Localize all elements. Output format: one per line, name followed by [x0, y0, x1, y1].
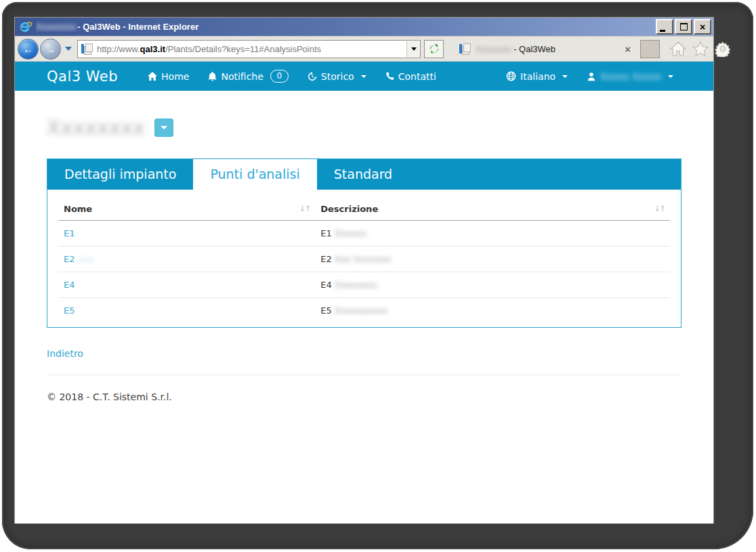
- chevron-down-icon: [361, 75, 366, 78]
- window-title-redacted: Xxxxxxxx: [36, 22, 76, 32]
- tab-close-icon[interactable]: ×: [625, 43, 631, 55]
- nav-item-label: Home: [161, 71, 189, 82]
- tab-standard[interactable]: Standard: [317, 159, 409, 190]
- minimize-button[interactable]: [656, 19, 673, 35]
- column-header-nome[interactable]: Nome↓↑: [58, 198, 315, 221]
- window-controls: ×: [656, 19, 711, 35]
- nav-item-label: Contatti: [398, 71, 436, 82]
- favorites-star-icon[interactable]: [692, 41, 709, 57]
- table-row: E2xxx E2Xxx Xxxxxxx: [58, 247, 670, 272]
- navbar-right: Italiano Xxxxx Xxxxx: [497, 62, 683, 91]
- tab-punti-danalisi[interactable]: Punti d'analisi: [193, 159, 316, 190]
- language-label: Italiano: [520, 71, 555, 82]
- plant-actions-dropdown-button[interactable]: [154, 119, 173, 137]
- chevron-down-icon: [562, 75, 568, 78]
- table-row: E4 E4Xxxxxxxx: [58, 272, 670, 298]
- analysis-points-table: Nome↓↑ Descrizione↓↑ E1 E1Xxxxxx E2xxx: [58, 198, 670, 323]
- analysis-point-link[interactable]: E2: [64, 254, 75, 264]
- refresh-button[interactable]: [424, 40, 444, 58]
- description-redacted: Xxxxxx: [335, 228, 366, 238]
- url-domain: qal3.it: [140, 44, 166, 54]
- notifications-badge: 0: [270, 70, 289, 83]
- language-menu[interactable]: Italiano: [497, 62, 577, 91]
- tab-title: Xxxxxxxx - Qal3Web: [475, 44, 619, 54]
- history-dropdown-caret[interactable]: [65, 47, 72, 51]
- close-icon: ×: [700, 24, 705, 30]
- forward-button[interactable]: →: [40, 39, 61, 60]
- nav-item-home[interactable]: Home: [138, 62, 198, 91]
- phone-icon: [385, 72, 394, 81]
- back-button[interactable]: ←: [18, 39, 39, 60]
- browser-chrome: ← → http://www.qal3.it/Plants/Details?ke…: [15, 37, 713, 62]
- url-dropdown-button[interactable]: [406, 41, 420, 57]
- new-tab-button[interactable]: [640, 40, 660, 58]
- minimize-icon: [660, 30, 665, 32]
- analysis-points-panel: Nome↓↑ Descrizione↓↑ E1 E1Xxxxxx E2xxx: [47, 190, 681, 327]
- settings-gear-icon[interactable]: [714, 41, 732, 57]
- name-redacted: xxx: [79, 254, 94, 264]
- sort-icon[interactable]: ↓↑: [654, 204, 665, 213]
- globe-icon: [506, 71, 516, 81]
- history-icon: [308, 72, 317, 81]
- ie-logo-icon: [18, 20, 33, 34]
- nav-item-contatti[interactable]: Contatti: [376, 62, 446, 91]
- dropdown-arrow-icon: [411, 47, 417, 51]
- window-title-suffix: - Qal3Web - Internet Explorer: [77, 22, 198, 32]
- analysis-point-link[interactable]: E4: [64, 280, 75, 290]
- tab-dettagli-impianto[interactable]: Dettagli impianto: [47, 159, 193, 190]
- page-content: Xxxxxxxx Dettagli impianto Punti d'anali…: [15, 113, 713, 402]
- user-menu[interactable]: Xxxxx Xxxxx: [577, 62, 683, 91]
- nav-item-storico[interactable]: Storico: [298, 62, 376, 91]
- url-text[interactable]: http://www.qal3.it/Plants/Details?keys=1…: [97, 44, 406, 54]
- window-titlebar[interactable]: Xxxxxxxx - Qal3Web - Internet Explorer ×: [15, 18, 713, 37]
- nav-item-label: Storico: [321, 71, 354, 82]
- description-text: E1: [320, 228, 332, 238]
- browser-window: Xxxxxxxx - Qal3Web - Internet Explorer ×…: [14, 17, 714, 524]
- page-icon: [81, 43, 93, 54]
- page-viewport: Qal3 Web Home Notifiche 0 Storico: [15, 62, 713, 524]
- bell-icon: [208, 72, 217, 81]
- tab-page-icon: [459, 43, 471, 54]
- close-button[interactable]: ×: [694, 19, 711, 35]
- description-text: E2: [320, 254, 332, 264]
- home-icon[interactable]: [669, 41, 687, 57]
- brand-logo[interactable]: Qal3 Web: [47, 68, 118, 85]
- address-bar[interactable]: http://www.qal3.it/Plants/Details?keys=1…: [77, 40, 421, 58]
- tab-bar: Dettagli impianto Punti d'analisi Standa…: [47, 159, 681, 190]
- table-row: E1 E1Xxxxxx: [58, 221, 670, 247]
- table-row: E5 E5Xxxxxxxxxx: [58, 298, 670, 324]
- chevron-down-icon: [161, 126, 167, 129]
- sort-icon[interactable]: ↓↑: [299, 204, 310, 213]
- copyright-text: © 2018 - C.T. Sistemi S.r.l.: [47, 391, 681, 402]
- description-redacted: Xxxxxxxx: [335, 280, 377, 290]
- window-title: Xxxxxxxx - Qal3Web - Internet Explorer: [36, 22, 656, 32]
- site-navbar: Qal3 Web Home Notifiche 0 Storico: [15, 62, 713, 91]
- tab-panel: Dettagli impianto Punti d'analisi Standa…: [47, 158, 681, 328]
- description-redacted: Xxxxxxxxxx: [335, 305, 387, 316]
- maximize-icon: [680, 23, 688, 30]
- description-text: E4: [320, 280, 332, 290]
- refresh-icon: [429, 43, 440, 54]
- browser-tab[interactable]: Xxxxxxxx - Qal3Web ×: [452, 39, 635, 59]
- chevron-down-icon: [668, 75, 673, 78]
- heading-row: Xxxxxxxx: [47, 113, 681, 142]
- footer-divider: [47, 375, 681, 375]
- tab-title-suffix: - Qal3Web: [513, 44, 555, 54]
- user-icon: [587, 72, 596, 81]
- plant-name-heading-redacted: Xxxxxxxx: [47, 116, 145, 140]
- description-text: E5: [320, 305, 332, 316]
- chrome-toolbar-icons: [669, 41, 732, 57]
- tab-title-redacted: Xxxxxxxx: [475, 44, 511, 54]
- analysis-point-link[interactable]: E1: [64, 228, 75, 238]
- column-header-descrizione[interactable]: Descrizione↓↑: [315, 198, 670, 221]
- nav-item-notifiche[interactable]: Notifiche 0: [198, 62, 297, 91]
- maximize-button[interactable]: [675, 19, 692, 35]
- nav-item-label: Notifiche: [221, 71, 263, 82]
- back-link[interactable]: Indietro: [47, 348, 83, 359]
- description-redacted: Xxx Xxxxxxx: [335, 254, 392, 264]
- home-icon: [148, 72, 157, 81]
- analysis-point-link[interactable]: E5: [64, 305, 75, 316]
- user-name-redacted: Xxxxx Xxxxx: [600, 71, 661, 82]
